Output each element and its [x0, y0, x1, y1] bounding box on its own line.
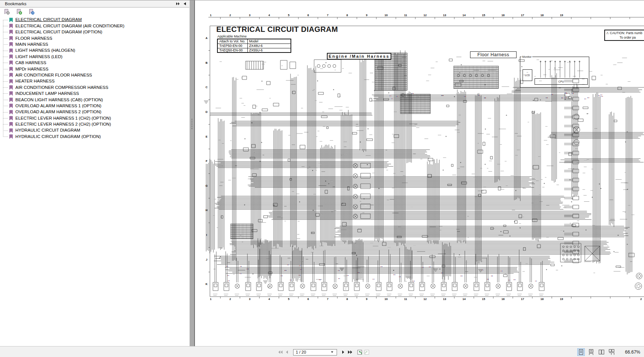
- table-header: Attach to Vol. No.: [217, 39, 247, 44]
- warning-icon: ⚠: [606, 31, 609, 35]
- tree-branch-line: [3, 75, 8, 75]
- grid-column-number: 2: [229, 298, 231, 301]
- expand-bookmark-icon[interactable]: [28, 9, 34, 15]
- previous-page-button[interactable]: [283, 349, 290, 356]
- bookmark-label: OVERLOAD ALARM HARNESS 1 (OPTION): [15, 104, 101, 108]
- grid-column-number: 10: [385, 298, 388, 301]
- bookmark-item[interactable]: HYDRAULIC CIRCUIT DIAGRAM (OPTION): [0, 134, 189, 140]
- next-view-button[interactable]: [363, 349, 370, 356]
- bookmark-label: ELECTRICAL CIRCUIT DIAGRAM (OPTION): [15, 30, 102, 34]
- bookmark-flag-icon: [9, 134, 13, 139]
- bookmark-label: LIGHT HARNESS (LED): [15, 55, 63, 59]
- bookmarks-panel-header: Bookmarks: [0, 0, 189, 8]
- bookmark-item[interactable]: OVERLOAD ALARM HARNESS 2 (OPTION): [0, 109, 189, 115]
- grid-row-letter: A: [205, 37, 208, 40]
- bookmark-flag-icon: [9, 128, 13, 133]
- applicable-machine-table: Attach to Vol. No.Model TAEP50-EN-00ZX48…: [217, 39, 291, 53]
- bookmark-item[interactable]: INDUCEMENT LAMP HARNESS: [0, 91, 189, 97]
- bookmark-item[interactable]: MPDr HARNESS: [0, 66, 189, 72]
- bookmark-label: HYDRAULIC CIRCUIT DIAGRAM: [15, 128, 80, 133]
- page-title: ELECTRICAL CIRCUIT DIAGRAM: [216, 25, 338, 34]
- grid-column-number: 8: [346, 298, 348, 301]
- grid-row-letter: H: [205, 209, 208, 212]
- pdf-viewer-window: Bookmarks: [0, 0, 644, 357]
- tree-branch-line: [3, 93, 8, 94]
- bookmark-item[interactable]: ELECTRICAL CIRCUIT DIAGRAM: [0, 17, 189, 23]
- tree-branch-line: [3, 51, 8, 51]
- grid-column-number: 2: [640, 298, 642, 301]
- delete-bookmark-icon[interactable]: [4, 9, 10, 15]
- last-page-button[interactable]: [347, 349, 353, 356]
- bookmark-item[interactable]: FLOOR HARNESS: [0, 35, 189, 41]
- grid-row-letter: G: [205, 184, 208, 188]
- bookmark-item[interactable]: LIGHT HARNESS (HALOGEN): [0, 48, 189, 54]
- bookmark-item[interactable]: ELECTRIC LEVER HARNESS 1 (CH2) (OPTION): [0, 115, 189, 121]
- caution-line2: To order pa: [606, 35, 644, 40]
- bookmark-flag-icon: [9, 30, 13, 34]
- grid-column-number: 14: [463, 298, 466, 301]
- first-page-button[interactable]: [277, 349, 283, 356]
- bookmark-item[interactable]: LIGHT HARNESS (LED): [0, 54, 189, 60]
- bookmark-item[interactable]: ELECTRIC LEVER HARNESS 2 (CH2) (OPTION): [0, 122, 189, 128]
- page-number-input[interactable]: [294, 350, 329, 354]
- grid-row-letter: F: [205, 160, 208, 163]
- panel-options-icon[interactable]: [176, 2, 180, 6]
- splitter-grip-icon[interactable]: [192, 119, 192, 130]
- grid-column-number: 6: [307, 298, 309, 301]
- grid-row-letter: B: [205, 62, 208, 64]
- bookmark-item[interactable]: CAB HARNESS: [0, 60, 189, 66]
- view-mode-controls: 66.67%: [577, 346, 640, 357]
- lcd-block: LCD: [523, 69, 532, 81]
- grid-column-number: 2: [229, 14, 231, 17]
- bookmark-flag-icon: [9, 110, 13, 115]
- bookmark-label: ELECTRICAL CIRCUIT DIAGRAM: [15, 18, 82, 22]
- bookmark-label: AIR CONDITIONER FLOOR HARNESS: [15, 73, 92, 78]
- bookmark-flag-icon: [9, 91, 13, 96]
- grid-column-number: 18: [541, 298, 544, 301]
- bookmark-item[interactable]: ELECTRICAL CIRCUIT DIAGRAM (OPTION): [0, 29, 189, 35]
- bookmark-flag-icon: [9, 36, 13, 41]
- bookmark-item[interactable]: OVERLOAD ALARM HARNESS 1 (OPTION): [0, 103, 189, 109]
- bookmark-label: AIR CONDITIONER COMPRESSOR HARNESS: [15, 86, 108, 90]
- page-dropdown-caret-icon[interactable]: [331, 351, 333, 353]
- bookmark-item[interactable]: AIR CONDITIONER COMPRESSOR HARNESS: [0, 84, 189, 90]
- tree-branch-line: [3, 81, 8, 82]
- bookmark-item[interactable]: MAIN HARNESS: [0, 42, 189, 48]
- previous-view-button[interactable]: [356, 349, 363, 356]
- bookmark-item[interactable]: HEATER HARNESS: [0, 78, 189, 84]
- grid-column-number: 4: [268, 298, 270, 301]
- document-view[interactable]: ELECTRICAL CIRCUIT DIAGRAM Applicable Ma…: [195, 0, 644, 346]
- bookmark-flag-icon: [9, 98, 13, 102]
- single-page-view-icon[interactable]: [577, 348, 585, 356]
- continuous-facing-view-icon[interactable]: [608, 348, 615, 356]
- grid-column-number: 14: [463, 14, 466, 17]
- grid-column-number: 7: [327, 298, 328, 301]
- grid-column-number: 8: [346, 14, 348, 17]
- continuous-view-icon[interactable]: [587, 348, 595, 356]
- bookmark-label: ELECTRIC LEVER HARNESS 1 (CH2) (OPTION): [15, 116, 111, 121]
- add-bookmark-icon[interactable]: [16, 9, 22, 15]
- tree-branch-line: [3, 26, 8, 26]
- facing-view-icon[interactable]: [598, 348, 605, 356]
- collapse-panel-icon[interactable]: [183, 2, 187, 6]
- bookmark-flag-icon: [9, 116, 13, 121]
- bookmark-label: OVERLOAD ALARM HARNESS 2 (OPTION): [15, 110, 101, 114]
- bookmark-item[interactable]: BEACON LIGHT HARNESS (CAB) (OPTION): [0, 97, 189, 103]
- table-cell: ZX48U-6: [247, 44, 291, 48]
- bookmark-flag-icon: [9, 60, 13, 65]
- bookmark-flag-icon: [9, 48, 13, 53]
- grid-column-number: 16: [502, 14, 505, 17]
- tree-branch-line: [3, 57, 8, 57]
- bookmark-flag-icon: [9, 79, 13, 84]
- grid-column-number: 10: [385, 14, 388, 17]
- bookmark-item[interactable]: AIR CONDITIONER FLOOR HARNESS: [0, 72, 189, 78]
- panel-splitter[interactable]: [189, 0, 195, 346]
- bookmarks-panel-title: Bookmarks: [0, 2, 27, 6]
- bookmarks-toolbar: [0, 9, 34, 15]
- next-page-button[interactable]: [340, 349, 347, 356]
- bookmark-item[interactable]: ELECTRICAL CIRCUIT DIAGRAM (AIR CONDITIO…: [0, 23, 189, 29]
- applicable-machine-label: Applicable Machine: [217, 34, 247, 38]
- bookmark-label: HYDRAULIC CIRCUIT DIAGRAM (OPTION): [15, 135, 101, 139]
- bookmark-flag-icon: [9, 18, 13, 22]
- bookmark-item[interactable]: HYDRAULIC CIRCUIT DIAGRAM: [0, 128, 189, 134]
